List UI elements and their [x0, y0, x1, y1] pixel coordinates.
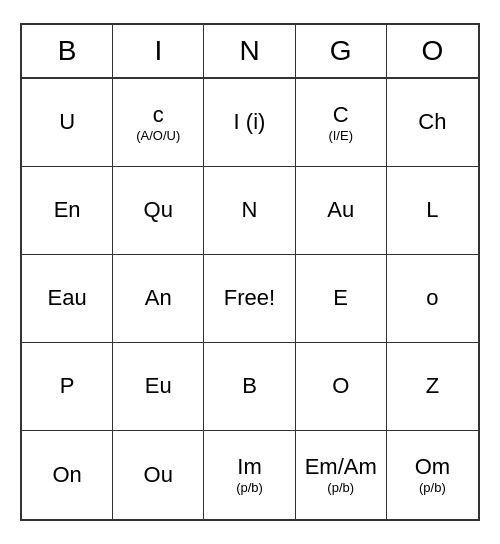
cell-main-text: On: [52, 462, 81, 488]
cell-main-text: E: [333, 285, 348, 311]
bingo-cell-r1-c0: En: [22, 167, 113, 255]
bingo-cell-r0-c3: C(I/E): [296, 79, 387, 167]
cell-main-text: Ch: [418, 109, 446, 135]
bingo-cell-r1-c3: Au: [296, 167, 387, 255]
bingo-cell-r4-c1: Ou: [113, 431, 204, 519]
cell-main-text: P: [60, 373, 75, 399]
bingo-cell-r4-c3: Em/Am(p/b): [296, 431, 387, 519]
bingo-board: BINGO Uc(A/O/U)I (i)C(I/E)ChEnQuNAuLEauA…: [20, 23, 480, 521]
bingo-header: BINGO: [22, 25, 478, 79]
bingo-cell-r2-c4: o: [387, 255, 478, 343]
bingo-cell-r0-c0: U: [22, 79, 113, 167]
bingo-cell-r3-c2: B: [204, 343, 295, 431]
header-cell-g: G: [296, 25, 387, 77]
bingo-cell-r0-c2: I (i): [204, 79, 295, 167]
bingo-cell-r2-c3: E: [296, 255, 387, 343]
cell-main-text: C: [333, 102, 349, 128]
header-cell-o: O: [387, 25, 478, 77]
bingo-cell-r0-c4: Ch: [387, 79, 478, 167]
bingo-cell-r4-c4: Om(p/b): [387, 431, 478, 519]
header-cell-i: I: [113, 25, 204, 77]
cell-main-text: Z: [426, 373, 439, 399]
cell-main-text: I (i): [234, 109, 266, 135]
cell-main-text: B: [242, 373, 257, 399]
bingo-cell-r0-c1: c(A/O/U): [113, 79, 204, 167]
bingo-cell-r3-c4: Z: [387, 343, 478, 431]
cell-main-text: En: [54, 197, 81, 223]
cell-main-text: Ou: [144, 462, 173, 488]
cell-main-text: O: [332, 373, 349, 399]
bingo-cell-r4-c0: On: [22, 431, 113, 519]
bingo-cell-r2-c2: Free!: [204, 255, 295, 343]
bingo-cell-r1-c2: N: [204, 167, 295, 255]
cell-main-text: L: [426, 197, 438, 223]
cell-main-text: o: [426, 285, 438, 311]
header-cell-b: B: [22, 25, 113, 77]
cell-sub-text: (p/b): [236, 480, 263, 496]
cell-main-text: Om: [415, 454, 450, 480]
bingo-cell-r2-c0: Eau: [22, 255, 113, 343]
bingo-cell-r3-c1: Eu: [113, 343, 204, 431]
cell-main-text: c: [153, 102, 164, 128]
cell-sub-text: (I/E): [328, 128, 353, 144]
bingo-cell-r3-c0: P: [22, 343, 113, 431]
bingo-cell-r3-c3: O: [296, 343, 387, 431]
cell-main-text: U: [59, 109, 75, 135]
cell-main-text: Qu: [144, 197, 173, 223]
cell-sub-text: (A/O/U): [136, 128, 180, 144]
bingo-cell-r1-c4: L: [387, 167, 478, 255]
cell-main-text: Free!: [224, 285, 275, 311]
cell-main-text: Eu: [145, 373, 172, 399]
cell-sub-text: (p/b): [419, 480, 446, 496]
bingo-cell-r4-c2: Im(p/b): [204, 431, 295, 519]
cell-main-text: An: [145, 285, 172, 311]
header-cell-n: N: [204, 25, 295, 77]
bingo-cell-r1-c1: Qu: [113, 167, 204, 255]
cell-main-text: N: [242, 197, 258, 223]
cell-sub-text: (p/b): [327, 480, 354, 496]
bingo-cell-r2-c1: An: [113, 255, 204, 343]
cell-main-text: Im: [237, 454, 261, 480]
cell-main-text: Au: [327, 197, 354, 223]
cell-main-text: Em/Am: [305, 454, 377, 480]
cell-main-text: Eau: [48, 285, 87, 311]
bingo-grid: Uc(A/O/U)I (i)C(I/E)ChEnQuNAuLEauAnFree!…: [22, 79, 478, 519]
